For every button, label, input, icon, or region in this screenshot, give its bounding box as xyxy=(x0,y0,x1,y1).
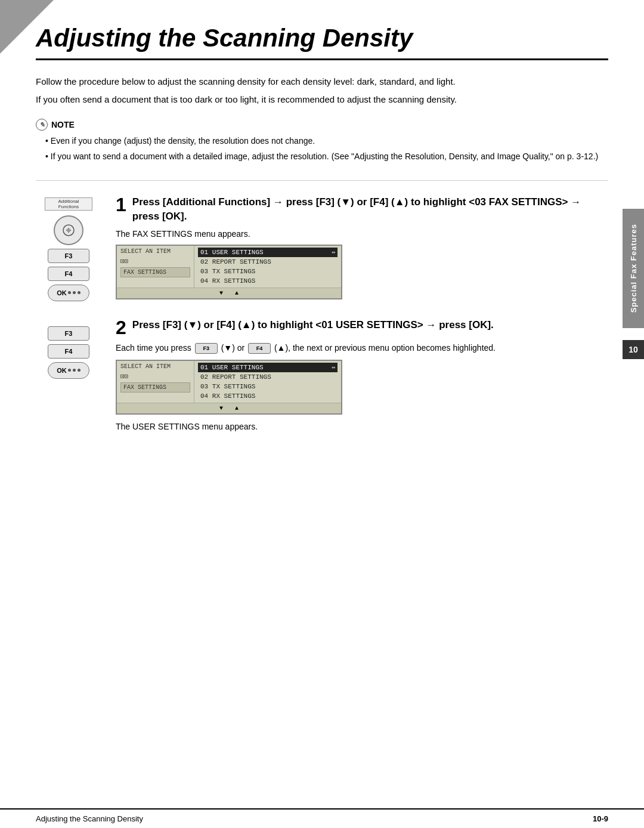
intro-paragraph-1: Follow the procedure below to adjust the… xyxy=(36,75,608,89)
step1-sub-text: The FAX SETTINGS menu appears. xyxy=(116,229,608,239)
lcd1-select-text: SELECT AN ITEM xyxy=(120,248,190,255)
note-icon: ✎ xyxy=(36,119,48,131)
step2-ok-dots xyxy=(68,369,80,372)
lcd2-top-row: SELECT AN ITEM ⊡⊡ FAX SETTINGS 01 USER S… xyxy=(117,361,341,403)
special-fax-features-sidebar: Special Fax Features xyxy=(623,209,644,328)
step2-content: 2 Press [F3] (▼) or [F4] (▲) to highligh… xyxy=(116,318,608,437)
page-header: Adjusting the Scanning Density xyxy=(0,0,644,60)
step1-content: 1 Press [Additional Functions] → press [… xyxy=(116,195,608,300)
lcd2-left-panel: SELECT AN ITEM ⊡⊡ FAX SETTINGS xyxy=(117,361,194,403)
step1-instruction: 1 Press [Additional Functions] → press [… xyxy=(116,195,608,224)
step2-instruction-text: Press [F3] (▼) or [F4] (▲) to highlight … xyxy=(132,319,494,330)
step-2-row: F3 F4 OK 2 Press [F3] (▼) or [F4] (▲) to… xyxy=(36,318,608,437)
step-1-row: Additional Functions F3 F4 OK xyxy=(36,195,608,301)
footer-right-text: 10-9 xyxy=(593,814,608,823)
note-item-2: If you want to send a document with a de… xyxy=(45,150,608,163)
f3-label: F3 xyxy=(65,252,73,259)
note-item-1: Even if you change (adjust) the density,… xyxy=(45,134,608,147)
lcd1-down-arrow: ▼ xyxy=(219,290,223,296)
step2-sub-middle2: (▲), the next or previous menu option be… xyxy=(274,343,496,353)
lcd1-item-4: 04 RX SETTINGS xyxy=(198,276,338,286)
page-number: 10 xyxy=(628,345,638,354)
step2-button-column: F3 F4 OK xyxy=(36,318,101,379)
step1-lcd-screen: SELECT AN ITEM ⊡⊡ FAX SETTINGS 01 USER S… xyxy=(116,245,342,299)
step2-f3-button[interactable]: F3 xyxy=(48,326,89,341)
additional-functions-label: Additional Functions xyxy=(45,197,92,211)
step2-sub-text1: Each time you press xyxy=(116,343,191,353)
page-footer: Adjusting the Scanning Density 10-9 xyxy=(0,808,644,828)
note-title: ✎ NOTE xyxy=(36,119,608,131)
intro-paragraph-2: If you often send a document that is too… xyxy=(36,92,608,107)
lcd2-item-2: 02 REPORT SETTINGS xyxy=(198,372,338,382)
sidebar-label: Special Fax Features xyxy=(629,224,638,313)
f4-label: F4 xyxy=(65,270,73,277)
lcd2-right-panel: 01 USER SETTINGS ⇔ 02 REPORT SETTINGS 03… xyxy=(194,361,341,403)
step2-ok-button[interactable]: OK xyxy=(48,362,89,379)
f3-button[interactable]: F3 xyxy=(48,249,89,263)
f4-button[interactable]: F4 xyxy=(48,267,89,281)
step2-f3-label: F3 xyxy=(65,330,73,337)
page-number-tab: 10 xyxy=(623,340,644,359)
lcd1-icon-row: ⊡⊡ xyxy=(120,257,190,265)
note-section: ✎ NOTE Even if you change (adjust) the d… xyxy=(36,119,608,163)
additional-functions-button[interactable] xyxy=(54,215,83,245)
page-title: Adjusting the Scanning Density xyxy=(36,18,608,60)
lcd1-nav-row: ▼ ▲ xyxy=(117,288,341,298)
section-divider xyxy=(36,180,608,181)
step2-f4-button[interactable]: F4 xyxy=(48,344,89,359)
lcd1-item-3: 03 TX SETTINGS xyxy=(198,267,338,276)
step1-instruction-text: Press [Additional Functions] → press [F3… xyxy=(132,196,581,222)
lcd1-left-panel: SELECT AN ITEM ⊡⊡ FAX SETTINGS xyxy=(117,246,194,288)
step2-f4-label: F4 xyxy=(65,348,73,355)
lcd1-item-2: 02 REPORT SETTINGS xyxy=(198,257,338,267)
step1-number: 1 xyxy=(116,195,126,214)
lcd2-up-arrow: ▲ xyxy=(235,405,239,412)
step2-end-text: The USER SETTINGS menu appears. xyxy=(116,422,608,431)
step2-sub-middle1: (▼) or xyxy=(221,343,245,353)
lcd2-nav-row: ▼ ▲ xyxy=(117,403,341,413)
step2-lcd-screen: SELECT AN ITEM ⊡⊡ FAX SETTINGS 01 USER S… xyxy=(116,360,342,415)
ok-dots xyxy=(68,291,80,294)
lcd1-fax-settings: FAX SETTINGS xyxy=(120,267,190,277)
main-content: Follow the procedure below to adjust the… xyxy=(0,75,644,437)
footer-left-text: Adjusting the Scanning Density xyxy=(36,814,143,823)
step2-number: 2 xyxy=(116,318,126,337)
lcd1-top-row: SELECT AN ITEM ⊡⊡ FAX SETTINGS 01 USER S… xyxy=(117,246,341,288)
step2-instruction: 2 Press [F3] (▼) or [F4] (▲) to highligh… xyxy=(116,318,608,337)
lcd2-item-4: 04 RX SETTINGS xyxy=(198,391,338,401)
note-label: NOTE xyxy=(51,120,75,129)
step2-ok-label: OK xyxy=(57,367,67,374)
note-list: Even if you change (adjust) the density,… xyxy=(36,134,608,163)
svg-point-1 xyxy=(67,228,70,232)
lcd2-fax-settings: FAX SETTINGS xyxy=(120,382,190,393)
step2-inline-f4: F4 xyxy=(248,343,271,354)
lcd1-right-panel: 01 USER SETTINGS ⇔ 02 REPORT SETTINGS 03… xyxy=(194,246,341,288)
lcd2-select-text: SELECT AN ITEM xyxy=(120,363,190,370)
lcd1-item-1: 01 USER SETTINGS ⇔ xyxy=(198,248,338,257)
lcd2-down-arrow: ▼ xyxy=(219,405,223,412)
step2-sub-text: Each time you press F3 (▼) or F4 (▲), th… xyxy=(116,343,608,354)
ok-button[interactable]: OK xyxy=(48,285,89,301)
step2-inline-f3: F3 xyxy=(195,343,218,354)
lcd1-up-arrow: ▲ xyxy=(235,290,239,296)
ok-label: OK xyxy=(57,289,67,296)
lcd2-item-1: 01 USER SETTINGS ⇔ xyxy=(198,363,338,372)
lcd2-icon-row: ⊡⊡ xyxy=(120,372,190,380)
lcd2-item-3: 03 TX SETTINGS xyxy=(198,382,338,391)
step1-button-column: Additional Functions F3 F4 OK xyxy=(36,195,101,301)
